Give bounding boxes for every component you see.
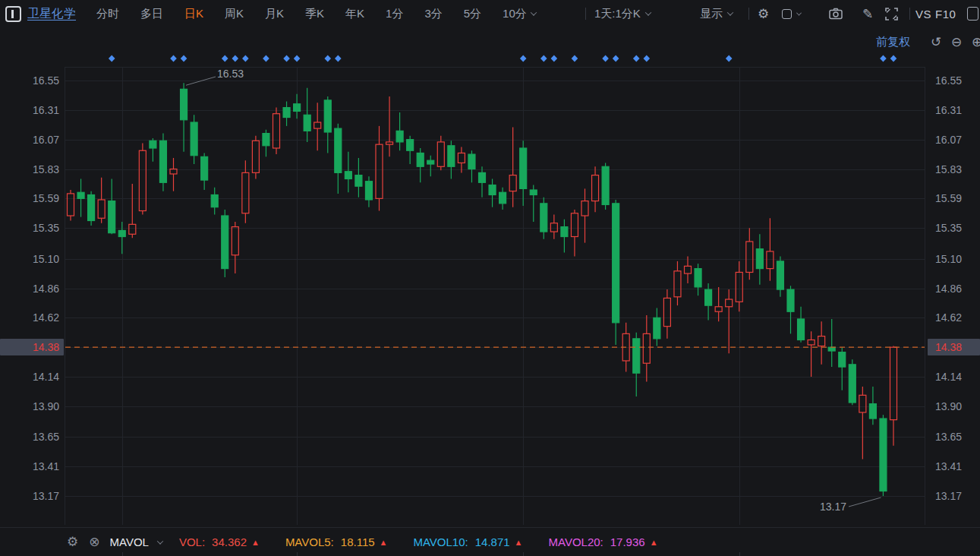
price-tick-label: 15.83	[928, 161, 980, 178]
up-arrow-icon: ▲	[251, 538, 260, 547]
legend-value: 14.871	[475, 535, 510, 548]
chevron-down-icon[interactable]	[157, 538, 163, 544]
candlestick-chart[interactable]	[0, 0, 980, 556]
event-diamond-icon	[520, 55, 527, 62]
event-diamond-icon	[644, 55, 651, 62]
legend-label: MAVOL20:	[549, 535, 603, 548]
price-tick-label: 13.17	[0, 488, 64, 504]
event-diamond-icon	[170, 55, 177, 62]
event-diamond-icon	[613, 55, 619, 62]
event-diamond-icon	[540, 55, 547, 62]
event-diamond-icon	[242, 55, 249, 62]
price-tick-label: 13.90	[928, 398, 980, 415]
event-diamond-icon	[109, 55, 115, 62]
price-tick-label: 13.65	[928, 428, 980, 445]
event-diamond-icon	[222, 55, 228, 62]
price-tick-label: 13.17	[928, 488, 980, 504]
candles	[68, 83, 897, 496]
event-diamond-icon	[294, 55, 301, 62]
event-diamond-icon	[232, 55, 239, 62]
legend-value: 34.362	[212, 535, 247, 548]
event-diamond-icon	[602, 55, 609, 62]
price-tick-label: 13.65	[0, 428, 64, 445]
indicator-legend-bar: ⚙ ⊗ MAVOL VOL:34.362▲MAVOL5:18.115▲MAVOL…	[0, 527, 980, 556]
price-tick-label: 16.07	[928, 131, 980, 148]
event-diamond-icon	[335, 55, 342, 62]
event-diamond-icon	[890, 55, 897, 62]
price-tick-label: 15.59	[928, 190, 980, 207]
legend-item-mavol20: MAVOL20:17.936▲	[549, 535, 658, 548]
price-tick-label: 15.35	[928, 220, 980, 236]
price-tick-label: 16.55	[0, 72, 64, 89]
event-markers[interactable]	[109, 55, 896, 62]
event-diamond-icon	[181, 55, 187, 62]
event-diamond-icon	[263, 55, 269, 62]
legend-label: MAVOL10:	[413, 535, 468, 548]
price-tick-label: 14.14	[0, 368, 64, 385]
indicator-values: VOL:34.362▲MAVOL5:18.115▲MAVOL10:14.871▲…	[179, 535, 684, 548]
up-arrow-icon: ▲	[515, 538, 523, 547]
event-diamond-icon	[324, 55, 331, 62]
event-diamond-icon	[633, 55, 640, 62]
price-tick-label: 14.14	[928, 368, 980, 385]
price-tick-label: 14.62	[0, 309, 64, 326]
legend-label: VOL:	[179, 535, 205, 548]
price-tick-label: 14.62	[928, 309, 980, 326]
up-arrow-icon: ▲	[380, 538, 388, 547]
event-diamond-icon	[551, 55, 558, 62]
price-tick-label: 16.31	[0, 102, 64, 118]
price-tick-label: 14.86	[928, 280, 980, 297]
legend-item-vol: VOL:34.362▲	[179, 535, 260, 548]
price-tick-label: 15.35	[0, 220, 64, 236]
price-tick-label: 16.31	[928, 102, 980, 118]
price-tick-label: 14.86	[0, 280, 64, 297]
high-annotation: 16.53	[217, 68, 244, 80]
price-tick-label: 16.07	[0, 131, 64, 148]
current-price-badge: 14.38	[928, 339, 980, 355]
price-tick-label: 13.41	[928, 458, 980, 475]
price-tick-label: 15.83	[0, 161, 64, 178]
price-tick-label: 13.41	[0, 458, 64, 475]
legend-item-mavol5: MAVOL5:18.115▲	[285, 535, 388, 548]
indicator-name[interactable]: MAVOL	[110, 535, 149, 548]
legend-item-mavol10: MAVOL10:14.871▲	[413, 535, 522, 548]
low-annotation: 13.17	[820, 501, 846, 513]
legend-label: MAVOL5:	[285, 535, 334, 548]
event-diamond-icon	[726, 55, 733, 62]
price-tick-label: 15.10	[0, 251, 64, 267]
legend-value: 17.936	[610, 535, 645, 548]
price-tick-label: 15.10	[928, 251, 980, 267]
event-diamond-icon	[572, 55, 578, 62]
current-price-badge: 14.38	[0, 339, 64, 355]
event-diamond-icon	[283, 55, 290, 62]
stock-chart-app: 卫星化学 分时多日日K周K月K季K年K1分3分5分10分 1天:1分K 显示 ⚙	[0, 0, 980, 556]
price-tick-label: 15.59	[0, 190, 64, 207]
event-diamond-icon	[880, 55, 887, 62]
indicator-settings-icon[interactable]: ⚙	[67, 535, 78, 548]
annotation-lines	[186, 77, 881, 507]
indicator-close-icon[interactable]: ⊗	[89, 535, 99, 548]
price-tick-label: 13.90	[0, 398, 64, 415]
price-tick-label: 16.55	[928, 72, 980, 89]
up-arrow-icon: ▲	[650, 538, 658, 547]
legend-value: 18.115	[341, 535, 375, 548]
